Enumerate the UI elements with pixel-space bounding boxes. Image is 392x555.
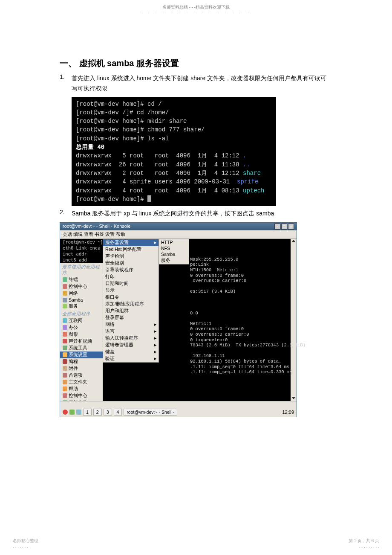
menu-item-syssettings[interactable]: 系统设置 xyxy=(60,352,103,358)
term-fragment: inet addr xyxy=(60,251,103,257)
dir-dotdot: .. xyxy=(243,161,250,168)
menu-item-office[interactable]: 办公 xyxy=(60,324,103,331)
list-item-2: 2. Samba 服务器用于 xp 与 linux 系统之间进行文件的共享，按下… xyxy=(60,209,332,219)
media-icon xyxy=(63,339,67,343)
term-line: drwxrwxrwx 5 root root 4096 1月 4 12:12 xyxy=(76,152,243,159)
menu-item-media[interactable]: 声音和视频 xyxy=(60,338,103,345)
submenu-system-settings[interactable]: 服务器设置▸ Red Hat 网络配置 声卡检测 安全级别 引导装载程序 打印 … xyxy=(103,239,159,363)
term-line: [root@vm-dev home]# cd / xyxy=(76,101,162,108)
submenu-item-boot[interactable]: 引导装载程序 xyxy=(103,267,159,273)
item-text: Samba 服务器用于 xp 与 linux 系统之间进行文件的共享，按下图点击… xyxy=(72,209,332,219)
pager-2[interactable]: 2 xyxy=(93,409,102,416)
submenu-item-redhat[interactable]: Red Hat 网络配置 xyxy=(103,246,159,253)
submenu-item-display[interactable]: 显示 xyxy=(103,287,159,294)
menu-item-internet[interactable]: 互联网 xyxy=(60,317,103,324)
submenu-item-auth[interactable]: ▸验证 xyxy=(103,355,159,362)
desktop-icon[interactable] xyxy=(69,410,75,415)
submenu-item-http[interactable]: HTTP xyxy=(159,239,189,245)
pager-4[interactable]: 4 xyxy=(114,409,122,416)
term-fragment: [root@vm-dev ~]# if xyxy=(60,239,103,245)
network-icon xyxy=(63,291,67,296)
submenu-item-server[interactable]: 服务器设置▸ xyxy=(103,239,159,246)
browser-icon[interactable] xyxy=(76,410,81,415)
window-body: [root@vm-dev ~]# if eth0 Link enca inet … xyxy=(60,239,297,401)
menu-item-systools[interactable]: 系统工具 xyxy=(60,345,103,352)
term-line: [root@vm-dev home]# ls -al xyxy=(76,135,169,142)
dir-uptech: uptech xyxy=(243,187,264,194)
submenu-item-addremove[interactable]: 添加/删除应用程序 xyxy=(103,301,159,308)
submenu-item-sound[interactable]: 声卡检测 xyxy=(103,253,159,260)
close-button[interactable]: × xyxy=(288,224,294,230)
submenu-item-samba[interactable]: Samba xyxy=(159,251,189,257)
section-all: 全部应用程序 xyxy=(60,310,103,317)
submenu-server-settings[interactable]: HTTP NFS Samba 服务 xyxy=(159,239,189,264)
submenu-item-login[interactable]: 登录屏幕 xyxy=(103,314,159,321)
submenu-item-keyboard[interactable]: ▸键盘 xyxy=(103,349,159,355)
taskbar[interactable]: 1 2 3 4 root@vm-dev:~ - Shell - 12:09 xyxy=(60,407,297,417)
pager-1[interactable]: 1 xyxy=(83,409,92,416)
globe-icon xyxy=(63,318,67,323)
menu-item-accessories[interactable]: 附件 xyxy=(60,365,103,372)
graphics-icon xyxy=(63,332,67,337)
chevron-right-icon: ▸ xyxy=(154,342,157,347)
menu-item-control2[interactable]: 控制中心 xyxy=(60,392,103,399)
submenu-item-security[interactable]: 安全级别 xyxy=(103,260,159,267)
menu-item-help[interactable]: 帮助 xyxy=(60,386,103,392)
document-body: 一、 虚拟机 samba 服务器设置 1. 首先进入 linux 系统进入 ho… xyxy=(0,15,392,426)
office-icon xyxy=(63,325,67,330)
scroll-down-icon[interactable] xyxy=(291,397,296,399)
menu-item-terminal[interactable]: 终端 xyxy=(60,276,103,283)
service-icon xyxy=(63,304,67,308)
prefs-icon xyxy=(63,373,67,378)
chevron-right-icon: ▸ xyxy=(154,335,157,340)
menu-item-service[interactable]: 服务 xyxy=(60,303,103,310)
header-text: 名师资料总结 - - -精品资料欢迎下载 xyxy=(162,5,230,9)
submenu-item-lvm[interactable]: ▸逻辑卷管理器 xyxy=(103,342,159,349)
menu-item-network[interactable]: 网络 xyxy=(60,290,103,297)
pager-3[interactable]: 3 xyxy=(104,409,112,416)
submenu-item-services[interactable]: 服务 xyxy=(159,257,189,264)
term-fragment: eth0 Link enca xyxy=(60,245,103,251)
tools-icon xyxy=(63,346,67,350)
menu-item-dev[interactable]: 编程 xyxy=(60,358,103,365)
samba-icon xyxy=(63,298,67,302)
submenu-item-lang[interactable]: ▸语言 xyxy=(103,328,159,335)
window-titlebar[interactable]: root@vm-dev:~ - Shell - Konsole -□× xyxy=(60,223,297,230)
maximize-button[interactable]: □ xyxy=(281,224,287,230)
terminal-icon xyxy=(63,277,67,282)
menu-item-graphics[interactable]: 图形 xyxy=(60,331,103,338)
control-icon xyxy=(63,393,67,398)
submenu-item-rootpw[interactable]: 根口令 xyxy=(103,294,159,301)
scrollbar[interactable] xyxy=(291,239,297,401)
help-icon xyxy=(63,386,67,391)
chevron-right-icon: ▸ xyxy=(154,349,157,354)
menu-item-samba[interactable]: Samba xyxy=(60,297,103,303)
submenu-item-ime[interactable]: ▸输入法转换程序 xyxy=(103,335,159,342)
chevron-right-icon: ▸ xyxy=(154,240,157,245)
menu-item-home[interactable]: 主文件夹 xyxy=(60,379,103,386)
kmenu-sidebar[interactable]: [root@vm-dev ~]# if eth0 Link enca inet … xyxy=(60,239,103,401)
terminal-screenshot-1: [root@vm-dev home]# cd / [root@vm-dev /]… xyxy=(72,97,276,206)
footer-right: 第 1 页，共 6 页. . . . . . . . . xyxy=(349,538,379,549)
menu-item-prefs[interactable]: 首选项 xyxy=(60,372,103,379)
minimize-button[interactable]: - xyxy=(274,224,280,230)
kmenu-icon[interactable] xyxy=(63,410,68,415)
submenu-item-users[interactable]: 用户和组群 xyxy=(103,308,159,314)
footer-left: 名师精心整理. . . . . . . xyxy=(13,538,38,549)
menu-item-control[interactable]: 控制中心 xyxy=(60,283,103,290)
dir-sprife: sprife xyxy=(237,178,258,185)
menu-item-find[interactable]: 查找文件 xyxy=(60,399,103,401)
item-number: 1. xyxy=(60,73,72,94)
taskbar-app[interactable]: root@vm-dev:~ - Shell - xyxy=(124,409,177,416)
chevron-right-icon: ▸ xyxy=(154,356,157,361)
submenu-item-date[interactable]: 日期和时间 xyxy=(103,280,159,287)
home-icon xyxy=(63,380,67,384)
scroll-up-icon[interactable] xyxy=(291,240,296,242)
taskbar-clock[interactable]: 12:09 xyxy=(282,410,294,415)
submenu-item-network[interactable]: ▸网络 xyxy=(103,321,159,328)
menubar[interactable]: 会话 编辑 查看 书签 设置 帮助 xyxy=(60,230,297,239)
submenu-item-print[interactable]: 打印 xyxy=(103,273,159,280)
term-line: drwxrwxrwx 4 sprife users 4096 2009-03-3… xyxy=(76,178,237,185)
term-prompt: [root@vm-dev home]# xyxy=(76,196,147,203)
submenu-item-nfs[interactable]: NFS xyxy=(159,245,189,251)
